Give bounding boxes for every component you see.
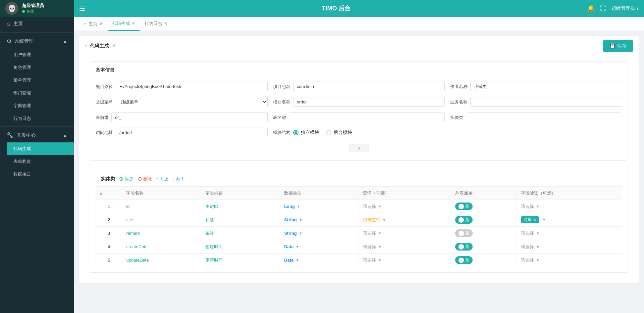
cell-list-show[interactable]: 是 xyxy=(451,240,517,254)
user-arrow-icon: ▾ xyxy=(636,6,639,11)
cell-label: 主键ID xyxy=(201,200,280,213)
table-name-input[interactable] xyxy=(289,113,445,122)
cell-type[interactable]: Date▾ xyxy=(280,240,359,254)
cell-type[interactable]: String▾ xyxy=(280,227,359,240)
tab-code-gen[interactable]: 代码生成 ✕ xyxy=(108,17,140,31)
sidebar-item-form-build[interactable]: 表单构建 xyxy=(7,155,74,168)
cell-label: 标题 xyxy=(201,213,280,227)
cell-query[interactable]: 请选择▾ xyxy=(359,227,451,240)
user-menu[interactable]: 超级管理员 ▾ xyxy=(611,5,639,11)
cell-list-show[interactable]: 否 xyxy=(451,227,517,240)
minus-icon: ⊖ xyxy=(138,176,142,182)
cell-validate[interactable]: 请选择▾ xyxy=(517,240,622,254)
toggle-off[interactable]: 否 xyxy=(455,229,473,237)
user-info: 超级管理员 在线 xyxy=(22,3,44,14)
cell-list-show[interactable]: 是 xyxy=(451,254,517,267)
col-query-header: 查询（可选） xyxy=(359,187,451,200)
menu-toggle-icon[interactable]: ☰ xyxy=(79,4,85,12)
toggle-on[interactable]: 是 xyxy=(455,203,473,210)
access-url-input[interactable] xyxy=(116,128,268,137)
sidebar-item-behavior-log[interactable]: 行为日志 xyxy=(7,112,74,125)
cell-type[interactable]: Date▾ xyxy=(280,254,359,267)
sidebar-item-label: 主页 xyxy=(13,21,23,27)
move-down-button[interactable]: ↓ 向下 xyxy=(172,176,185,182)
del-row-button[interactable]: ⊖ 删除 xyxy=(138,176,152,182)
business-name-label: 业务名称 xyxy=(450,99,468,105)
collapse-button[interactable]: ∧ xyxy=(349,144,369,152)
sidebar-item-label: 部门管理 xyxy=(13,90,31,96)
sidebar-status: 在线 xyxy=(22,9,44,14)
tab-close-behavior-log[interactable]: ✕ xyxy=(164,21,167,26)
cell-query[interactable]: 请选择▾ xyxy=(359,240,451,254)
sidebar-item-dev-center[interactable]: 🔧 开发中心 ▲ xyxy=(0,128,74,142)
bell-icon[interactable]: 🔔 xyxy=(587,5,595,12)
cell-validate[interactable]: 请选择▾ xyxy=(517,200,622,213)
cell-list-show[interactable]: 是 xyxy=(451,200,517,213)
cell-validate[interactable]: 必填 ✕ ▾ xyxy=(517,213,622,227)
save-button[interactable]: 💾 保存 xyxy=(603,40,633,52)
dev-submenu: 代码生成 表单构建 数据接口 xyxy=(0,142,74,181)
toggle-on[interactable]: 是 xyxy=(455,216,473,224)
cell-validate[interactable]: 请选择▾ xyxy=(517,227,622,240)
cell-type[interactable]: String▾ xyxy=(280,213,359,227)
tab-home[interactable]: ⌂ 主页 ✕ xyxy=(79,17,108,31)
code-gen-card: ≡ 代码生成 ↺ 💾 保存 基本信息 项目路径 xyxy=(79,36,639,283)
sidebar-item-system[interactable]: ⚙ 系统管理 ▲ xyxy=(0,34,74,48)
table-prefix-input[interactable] xyxy=(111,113,268,122)
sidebar-item-user-mgmt[interactable]: 用户管理 xyxy=(7,48,74,61)
form-row-2: 父级菜单 顶级菜单 模块名称 业务名称 xyxy=(96,97,622,107)
cell-list-show[interactable]: 是 xyxy=(451,213,517,227)
sidebar-item-dict-mgmt[interactable]: 字典管理 xyxy=(7,99,74,112)
username-label: 超级管理员 xyxy=(611,5,635,11)
tab-close-code-gen[interactable]: ✕ xyxy=(132,21,135,26)
validate-placeholder: 请选择 xyxy=(521,204,534,209)
cell-query[interactable]: 请选择▾ xyxy=(359,254,451,267)
radio-standalone-label: 独立模块 xyxy=(301,130,319,136)
home-tab-icon: ⌂ xyxy=(84,21,87,26)
module-structure-label: 模块结构 xyxy=(273,130,290,136)
sidebar-item-code-gen[interactable]: 代码生成 xyxy=(7,142,74,155)
package-input[interactable] xyxy=(293,82,445,91)
sidebar-item-role-mgmt[interactable]: 角色管理 xyxy=(7,61,74,74)
toggle-on[interactable]: 是 xyxy=(455,256,473,264)
table-header-row: # 字段名称 字段标题 数据类型 查询（可选） 列表显示 字段验证（可选） xyxy=(96,187,622,200)
sidebar-item-label: 行为日志 xyxy=(13,116,31,122)
tab-behavior-log[interactable]: 行为日志 ✕ xyxy=(140,17,172,31)
radio-backend[interactable]: 后台模块 xyxy=(326,130,352,136)
fullscreen-icon[interactable]: ⛶ xyxy=(600,5,606,12)
sidebar: 💀 超级管理员 在线 ⌂ 主页 ⚙ 系统管理 ▲ 用户管理 角色管 xyxy=(0,0,74,313)
sidebar-item-dept-mgmt[interactable]: 部门管理 xyxy=(7,87,74,99)
toggle-on[interactable]: 是 xyxy=(455,243,473,251)
validate-arrow: ▾ xyxy=(537,204,539,209)
move-up-button[interactable]: ↑ 向上 xyxy=(156,176,168,182)
system-icon: ⚙ xyxy=(7,38,11,44)
sidebar-item-data-api[interactable]: 数据接口 xyxy=(7,168,74,181)
sidebar-item-label: 字典管理 xyxy=(13,103,31,109)
add-row-button[interactable]: ⊕ 添加 xyxy=(119,176,133,182)
radio-standalone-circle xyxy=(293,130,299,135)
tab-close-home[interactable]: ✕ xyxy=(99,21,103,26)
cell-type[interactable]: Long▾ xyxy=(280,200,359,213)
entity-data-table: # 字段名称 字段标题 数据类型 查询（可选） 列表显示 字段验证（可选） xyxy=(96,186,622,267)
radio-standalone[interactable]: 独立模块 xyxy=(293,130,319,136)
project-path-input[interactable] xyxy=(116,82,268,91)
entity-class-label: 实体类 xyxy=(450,115,463,121)
remove-tag[interactable]: ✕ xyxy=(533,218,536,222)
entity-class-input[interactable] xyxy=(466,113,622,122)
cell-validate[interactable]: 请选择▾ xyxy=(517,254,622,267)
parent-menu-select[interactable]: 顶级菜单 xyxy=(116,97,268,107)
author-input[interactable] xyxy=(470,82,622,91)
home-icon: ⌂ xyxy=(7,21,10,27)
chevron-down-icon: ▲ xyxy=(63,133,67,138)
topbar-right: 🔔 ⛶ 超级管理员 ▾ xyxy=(587,5,639,12)
sidebar-item-menu-mgmt[interactable]: 菜单管理 xyxy=(7,74,74,87)
cell-query[interactable]: 模糊查询▾ xyxy=(359,213,451,227)
module-name-input[interactable] xyxy=(293,97,445,107)
cell-query[interactable]: 请选择▾ xyxy=(359,200,451,213)
business-name-input[interactable] xyxy=(470,97,622,107)
refresh-icon[interactable]: ↺ xyxy=(111,43,115,49)
sidebar-item-home[interactable]: ⌂ 主页 xyxy=(0,17,74,31)
sidebar-item-label: 数据接口 xyxy=(13,171,31,177)
validate-arrow: ▾ xyxy=(543,217,545,222)
author-label: 作者名称 xyxy=(450,84,468,90)
